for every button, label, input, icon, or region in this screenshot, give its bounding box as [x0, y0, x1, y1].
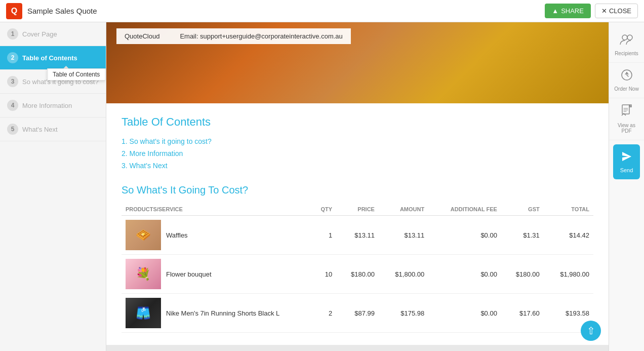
toc-item-3[interactable]: 3. What's Next	[122, 161, 593, 170]
toc-num-1: 1.	[122, 137, 128, 145]
main-content: QuoteCloud Email: support+userguide@corp…	[106, 22, 609, 351]
product-additional-fee: $0.00	[428, 255, 501, 294]
logo-icon: Q	[6, 3, 22, 19]
product-name: Nike Men's 7in Running Shorts Black L	[166, 309, 279, 317]
product-qty: 1	[310, 216, 336, 255]
toc-link-1[interactable]: 1. So what's it going to cost?	[122, 137, 212, 145]
sidebar-item-whats-next[interactable]: 5 What's Next	[0, 118, 106, 141]
header-title: Sample Sales Quote	[27, 7, 97, 15]
sidebar-item-label: More Information	[22, 102, 72, 109]
table-header-row: PRODUCTS/SERVICE QTY PRICE AMOUNT ADDITI…	[122, 203, 593, 216]
col-additional-fee: ADDITIONAL FEE	[428, 203, 501, 216]
product-price: $87.99	[336, 294, 379, 333]
svg-rect-3	[622, 105, 629, 114]
toc-num-2: 2.	[122, 149, 128, 158]
sidebar-item-num: 3	[7, 76, 18, 87]
product-cell: 🧇 Waffles	[122, 216, 310, 255]
sidebar-item-cover[interactable]: 1 Cover Page	[0, 22, 106, 46]
product-amount: $175.98	[379, 294, 428, 333]
cost-section-title: So What's It Going To Cost?	[122, 184, 593, 196]
sidebar-item-num: 2	[7, 52, 18, 63]
toc-item-1[interactable]: 1. So what's it going to cost?	[122, 137, 593, 146]
toc-num-3: 3.	[122, 162, 128, 170]
view-pdf-label: View as PDF	[612, 123, 641, 134]
toc-label-1: So what's it going to cost?	[130, 137, 212, 145]
products-table: PRODUCTS/SERVICE QTY PRICE AMOUNT ADDITI…	[122, 203, 593, 333]
sidebar-item-toc[interactable]: 2 Table of Contents Table of Contents	[0, 46, 106, 70]
send-label: Send	[620, 167, 633, 173]
sidebar-item-label: Cover Page	[22, 30, 57, 38]
close-button[interactable]: ✕ CLOSE	[595, 4, 638, 18]
hero-info: QuoteCloud Email: support+userguide@corp…	[116, 28, 351, 44]
table-row: 🧇 Waffles 1 $13.11 $13.11 $0.00 $1.31 $1…	[122, 216, 593, 255]
product-cell: 💐 Flower bouquet	[122, 255, 310, 294]
toc-link-2[interactable]: 2. More Information	[122, 149, 183, 158]
col-product: PRODUCTS/SERVICE	[122, 203, 310, 216]
sidebar-item-num: 1	[7, 28, 18, 40]
product-name: Waffles	[166, 231, 188, 239]
toc-title: Table Of Contents	[122, 115, 593, 129]
toc-list: 1. So what's it going to cost? 2. More I…	[122, 137, 593, 170]
order-now-icon	[621, 69, 633, 84]
recipients-label: Recipients	[615, 51, 638, 56]
svg-marker-5	[622, 152, 631, 161]
product-qty: 10	[310, 255, 336, 294]
svg-point-0	[622, 35, 627, 40]
product-total: $1,980.00	[544, 255, 593, 294]
right-panel: Recipients Order Now	[609, 22, 644, 351]
product-price: $180.00	[336, 255, 379, 294]
sidebar: 1 Cover Page 2 Table of Contents Table o…	[0, 22, 106, 351]
order-now-action[interactable]: Order Now	[609, 63, 644, 98]
product-amount: $1,800.00	[379, 255, 428, 294]
hero-email: Email: support+userguide@corporateintera…	[180, 32, 342, 40]
share-icon: ▲	[552, 7, 558, 15]
header-right: ▲ SHARE ✕ CLOSE	[545, 4, 638, 18]
product-amount: $13.11	[379, 216, 428, 255]
send-action[interactable]: Send	[613, 144, 640, 179]
product-image-waffles: 🧇	[126, 220, 161, 250]
col-price: PRICE	[336, 203, 379, 216]
view-pdf-action[interactable]: View as PDF	[609, 98, 644, 140]
scroll-up-button[interactable]: ⇧	[581, 321, 601, 341]
toc-label-3: What's Next	[130, 162, 168, 170]
hero-area: QuoteCloud Email: support+userguide@corp…	[106, 22, 609, 103]
product-gst: $180.00	[501, 255, 544, 294]
content-body: Table Of Contents 1. So what's it going …	[106, 103, 609, 345]
header-left: Q Sample Sales Quote	[6, 3, 97, 19]
col-amount: AMOUNT	[379, 203, 428, 216]
recipients-action[interactable]: Recipients	[609, 27, 644, 63]
share-button[interactable]: ▲ SHARE	[545, 4, 591, 18]
sidebar-item-label: Table of Contents	[22, 54, 77, 62]
table-row: 💐 Flower bouquet 10 $180.00 $1,800.00 $0…	[122, 255, 593, 294]
product-total: $14.42	[544, 216, 593, 255]
product-price: $13.11	[336, 216, 379, 255]
send-icon	[621, 150, 633, 165]
sidebar-tooltip: Table of Contents	[47, 68, 105, 81]
layout: 1 Cover Page 2 Table of Contents Table o…	[0, 22, 644, 351]
sidebar-item-num: 5	[7, 124, 18, 135]
product-additional-fee: $0.00	[428, 216, 501, 255]
product-additional-fee: $0.00	[428, 294, 501, 333]
product-qty: 2	[310, 294, 336, 333]
hero-company: QuoteCloud	[125, 32, 159, 40]
order-now-label: Order Now	[614, 86, 638, 92]
recipients-icon	[620, 33, 634, 49]
view-pdf-icon	[621, 104, 632, 121]
col-gst: GST	[501, 203, 544, 216]
svg-point-1	[627, 35, 632, 40]
header: Q Sample Sales Quote ▲ SHARE ✕ CLOSE	[0, 0, 644, 22]
sidebar-item-label: What's Next	[22, 126, 58, 133]
toc-link-3[interactable]: 3. What's Next	[122, 162, 168, 170]
product-cell: 🩳 Nike Men's 7in Running Shorts Black L	[122, 294, 310, 333]
product-image-shorts: 🩳	[126, 298, 161, 328]
sidebar-item-num: 4	[7, 100, 18, 111]
col-qty: QTY	[310, 203, 336, 216]
sidebar-item-more-info[interactable]: 4 More Information	[0, 94, 106, 118]
close-icon: ✕	[601, 7, 607, 15]
product-image-flower: 💐	[126, 259, 161, 289]
toc-label-2: More Information	[130, 149, 183, 158]
toc-item-2[interactable]: 2. More Information	[122, 149, 593, 158]
col-total: TOTAL	[544, 203, 593, 216]
product-gst: $17.60	[501, 294, 544, 333]
product-name: Flower bouquet	[166, 270, 212, 278]
